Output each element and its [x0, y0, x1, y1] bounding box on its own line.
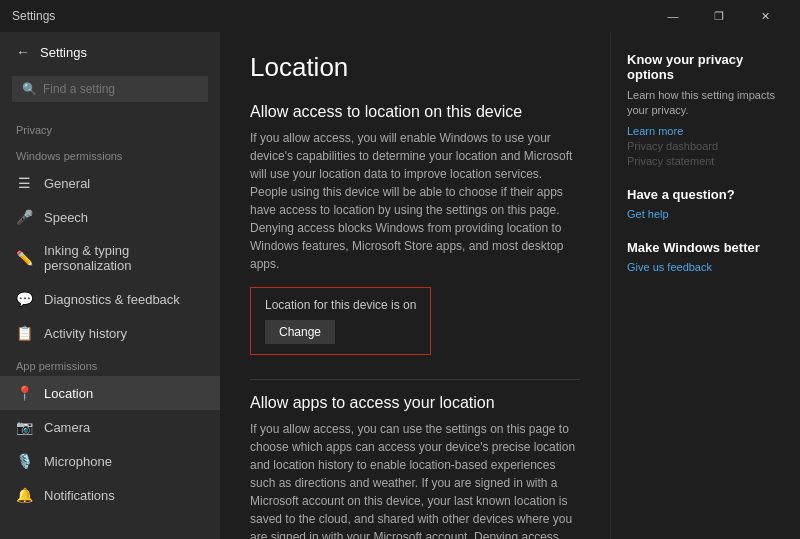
right-panel: Know your privacy options Learn how this…	[610, 32, 800, 539]
sidebar-header[interactable]: ← Settings	[0, 32, 220, 72]
sidebar-item-label: Microphone	[44, 454, 112, 469]
section2-title: Allow apps to access your location	[250, 394, 580, 412]
settings-label: Settings	[40, 45, 87, 60]
diagnostics-icon: 💬	[16, 291, 32, 307]
search-icon: 🔍	[22, 82, 37, 96]
question-section: Have a question? Get help	[627, 187, 784, 220]
sidebar-item-notifications[interactable]: 🔔 Notifications	[0, 478, 220, 512]
titlebar: Settings — ❐ ✕	[0, 0, 800, 32]
sidebar-item-label: Diagnostics & feedback	[44, 292, 180, 307]
speech-icon: 🎤	[16, 209, 32, 225]
section1-desc: If you allow access, you will enable Win…	[250, 129, 580, 273]
microphone-icon: 🎙️	[16, 453, 32, 469]
privacy-dashboard-link: Privacy dashboard	[627, 140, 784, 152]
privacy-options-desc: Learn how this setting impacts your priv…	[627, 88, 784, 119]
sidebar-item-diagnostics[interactable]: 💬 Diagnostics & feedback	[0, 282, 220, 316]
sidebar-item-label: Location	[44, 386, 93, 401]
sidebar-item-general[interactable]: ☰ General	[0, 166, 220, 200]
sidebar-item-camera[interactable]: 📷 Camera	[0, 410, 220, 444]
camera-icon: 📷	[16, 419, 32, 435]
sidebar-item-activity[interactable]: 📋 Activity history	[0, 316, 220, 350]
app-body: ← Settings 🔍 Privacy Windows permissions…	[0, 32, 800, 539]
windows-better-title: Make Windows better	[627, 240, 784, 255]
sidebar-item-label: Activity history	[44, 326, 127, 341]
device-location-box: Location for this device is on Change	[250, 287, 431, 355]
sidebar-item-location[interactable]: 📍 Location	[0, 376, 220, 410]
search-box[interactable]: 🔍	[12, 76, 208, 102]
sidebar-item-label: Notifications	[44, 488, 115, 503]
minimize-button[interactable]: —	[650, 0, 696, 32]
privacy-options-title: Know your privacy options	[627, 52, 784, 82]
section1-title: Allow access to location on this device	[250, 103, 580, 121]
learn-more-link[interactable]: Learn more	[627, 125, 784, 137]
close-button[interactable]: ✕	[742, 0, 788, 32]
device-status-text: Location for this device is on	[265, 298, 416, 312]
sidebar: ← Settings 🔍 Privacy Windows permissions…	[0, 32, 220, 539]
sidebar-item-label: Inking & typing personalization	[44, 243, 204, 273]
main-content: Location Allow access to location on thi…	[220, 32, 610, 539]
activity-icon: 📋	[16, 325, 32, 341]
notifications-icon: 🔔	[16, 487, 32, 503]
sidebar-item-inking[interactable]: ✏️ Inking & typing personalization	[0, 234, 220, 282]
change-button[interactable]: Change	[265, 320, 335, 344]
back-icon[interactable]: ←	[16, 44, 30, 60]
maximize-button[interactable]: ❐	[696, 0, 742, 32]
get-help-link[interactable]: Get help	[627, 208, 784, 220]
sidebar-item-label: General	[44, 176, 90, 191]
section-divider	[250, 379, 580, 380]
section2-desc: If you allow access, you can use the set…	[250, 420, 580, 539]
general-icon: ☰	[16, 175, 32, 191]
search-input[interactable]	[43, 82, 198, 96]
titlebar-controls: — ❐ ✕	[650, 0, 788, 32]
titlebar-title: Settings	[12, 9, 650, 23]
windows-better-section: Make Windows better Give us feedback	[627, 240, 784, 273]
sidebar-item-speech[interactable]: 🎤 Speech	[0, 200, 220, 234]
app-permissions-label: App permissions	[0, 350, 220, 376]
privacy-options-section: Know your privacy options Learn how this…	[627, 52, 784, 167]
location-icon: 📍	[16, 385, 32, 401]
privacy-label: Privacy	[0, 114, 220, 140]
inking-icon: ✏️	[16, 250, 32, 266]
give-feedback-link[interactable]: Give us feedback	[627, 261, 784, 273]
question-title: Have a question?	[627, 187, 784, 202]
sidebar-item-label: Camera	[44, 420, 90, 435]
windows-permissions-label: Windows permissions	[0, 140, 220, 166]
page-title: Location	[250, 52, 580, 83]
sidebar-item-microphone[interactable]: 🎙️ Microphone	[0, 444, 220, 478]
privacy-statement-link: Privacy statement	[627, 155, 784, 167]
sidebar-item-label: Speech	[44, 210, 88, 225]
